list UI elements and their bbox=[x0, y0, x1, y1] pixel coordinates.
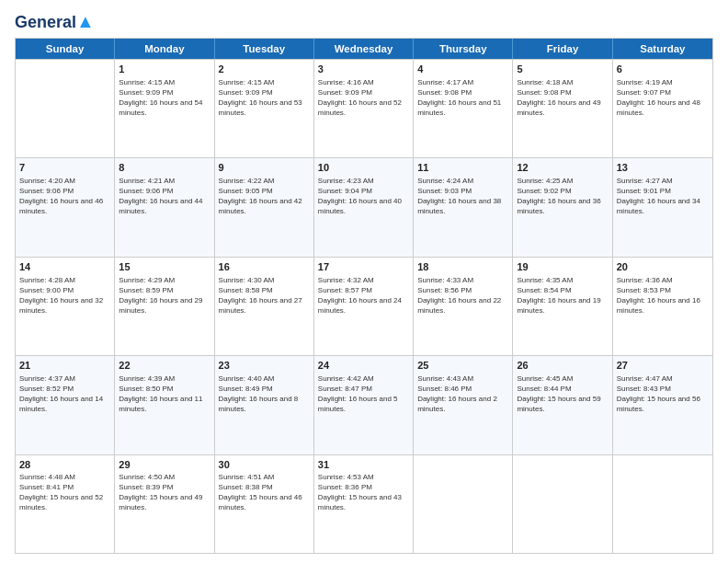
day-info: Sunrise: 4:30 AM Sunset: 8:58 PM Dayligh… bbox=[219, 275, 310, 316]
day-info: Sunrise: 4:23 AM Sunset: 9:04 PM Dayligh… bbox=[318, 176, 409, 216]
day-info: Sunrise: 4:43 AM Sunset: 8:46 PM Dayligh… bbox=[417, 373, 508, 414]
calendar-cell: 3Sunrise: 4:16 AM Sunset: 9:09 PM Daylig… bbox=[314, 60, 414, 157]
calendar-cell: 12Sunrise: 4:25 AM Sunset: 9:02 PM Dayli… bbox=[513, 158, 612, 256]
day-info: Sunrise: 4:17 AM Sunset: 9:08 PM Dayligh… bbox=[417, 77, 508, 118]
day-info: Sunrise: 4:40 AM Sunset: 8:49 PM Dayligh… bbox=[219, 373, 310, 414]
header: General▲ bbox=[15, 11, 713, 30]
calendar-cell: 4Sunrise: 4:17 AM Sunset: 9:08 PM Daylig… bbox=[414, 60, 513, 157]
day-number: 26 bbox=[517, 359, 608, 373]
day-number: 3 bbox=[318, 63, 409, 76]
calendar-cell: 22Sunrise: 4:39 AM Sunset: 8:50 PM Dayli… bbox=[115, 356, 214, 454]
calendar-header-monday: Monday bbox=[115, 39, 214, 59]
logo: General▲ bbox=[15, 11, 95, 30]
day-info: Sunrise: 4:20 AM Sunset: 9:06 PM Dayligh… bbox=[19, 176, 110, 216]
logo-triangle: ▲ bbox=[76, 11, 95, 31]
day-info: Sunrise: 4:42 AM Sunset: 8:47 PM Dayligh… bbox=[318, 373, 409, 414]
calendar-cell: 26Sunrise: 4:45 AM Sunset: 8:44 PM Dayli… bbox=[513, 356, 612, 454]
day-number: 20 bbox=[617, 260, 709, 274]
day-number: 22 bbox=[119, 359, 210, 373]
calendar-header-friday: Friday bbox=[513, 39, 612, 59]
calendar-week-3: 14Sunrise: 4:28 AM Sunset: 9:00 PM Dayli… bbox=[16, 257, 712, 355]
day-info: Sunrise: 4:47 AM Sunset: 8:43 PM Dayligh… bbox=[617, 373, 709, 414]
logo-text: General▲ bbox=[15, 11, 95, 32]
day-info: Sunrise: 4:36 AM Sunset: 8:53 PM Dayligh… bbox=[617, 275, 709, 316]
calendar-header-saturday: Saturday bbox=[613, 39, 712, 59]
day-number: 28 bbox=[19, 458, 110, 472]
day-number: 11 bbox=[417, 161, 508, 175]
calendar-cell: 23Sunrise: 4:40 AM Sunset: 8:49 PM Dayli… bbox=[215, 356, 314, 454]
calendar-cell bbox=[16, 60, 115, 157]
calendar-cell: 19Sunrise: 4:35 AM Sunset: 8:54 PM Dayli… bbox=[513, 258, 612, 355]
calendar-header-sunday: Sunday bbox=[16, 39, 115, 59]
calendar-cell: 25Sunrise: 4:43 AM Sunset: 8:46 PM Dayli… bbox=[414, 356, 513, 454]
calendar-header-thursday: Thursday bbox=[414, 39, 513, 59]
day-number: 29 bbox=[119, 458, 210, 472]
calendar-cell bbox=[613, 455, 712, 553]
day-info: Sunrise: 4:39 AM Sunset: 8:50 PM Dayligh… bbox=[119, 373, 210, 414]
day-info: Sunrise: 4:28 AM Sunset: 9:00 PM Dayligh… bbox=[19, 275, 110, 316]
day-number: 17 bbox=[318, 260, 409, 274]
calendar-header-row: SundayMondayTuesdayWednesdayThursdayFrid… bbox=[16, 39, 712, 59]
day-info: Sunrise: 4:45 AM Sunset: 8:44 PM Dayligh… bbox=[517, 373, 608, 414]
day-info: Sunrise: 4:22 AM Sunset: 9:05 PM Dayligh… bbox=[219, 176, 310, 216]
day-number: 13 bbox=[617, 161, 709, 175]
day-info: Sunrise: 4:29 AM Sunset: 8:59 PM Dayligh… bbox=[119, 275, 210, 316]
day-info: Sunrise: 4:32 AM Sunset: 8:57 PM Dayligh… bbox=[318, 275, 409, 316]
calendar-week-5: 28Sunrise: 4:48 AM Sunset: 8:41 PM Dayli… bbox=[16, 454, 712, 553]
calendar-cell: 6Sunrise: 4:19 AM Sunset: 9:07 PM Daylig… bbox=[613, 60, 712, 157]
day-number: 2 bbox=[219, 63, 310, 76]
day-info: Sunrise: 4:15 AM Sunset: 9:09 PM Dayligh… bbox=[119, 77, 210, 118]
day-number: 6 bbox=[617, 63, 709, 76]
logo-general: General bbox=[15, 13, 76, 31]
calendar-cell: 24Sunrise: 4:42 AM Sunset: 8:47 PM Dayli… bbox=[314, 356, 414, 454]
calendar-cell: 18Sunrise: 4:33 AM Sunset: 8:56 PM Dayli… bbox=[414, 258, 513, 355]
day-info: Sunrise: 4:21 AM Sunset: 9:06 PM Dayligh… bbox=[119, 176, 210, 216]
day-number: 9 bbox=[219, 161, 310, 175]
day-info: Sunrise: 4:19 AM Sunset: 9:07 PM Dayligh… bbox=[617, 77, 709, 118]
day-number: 25 bbox=[417, 359, 508, 373]
day-info: Sunrise: 4:15 AM Sunset: 9:09 PM Dayligh… bbox=[219, 77, 310, 118]
day-number: 24 bbox=[318, 359, 409, 373]
calendar-header-tuesday: Tuesday bbox=[215, 39, 314, 59]
day-number: 19 bbox=[517, 260, 608, 274]
calendar-header-wednesday: Wednesday bbox=[314, 39, 414, 59]
calendar-cell: 31Sunrise: 4:53 AM Sunset: 8:36 PM Dayli… bbox=[314, 455, 414, 553]
day-number: 5 bbox=[517, 63, 608, 76]
calendar-body: 1Sunrise: 4:15 AM Sunset: 9:09 PM Daylig… bbox=[16, 59, 712, 553]
day-info: Sunrise: 4:53 AM Sunset: 8:36 PM Dayligh… bbox=[318, 472, 409, 512]
calendar-cell: 10Sunrise: 4:23 AM Sunset: 9:04 PM Dayli… bbox=[314, 158, 414, 256]
day-info: Sunrise: 4:50 AM Sunset: 8:39 PM Dayligh… bbox=[119, 472, 210, 512]
day-number: 10 bbox=[318, 161, 409, 175]
calendar-cell: 11Sunrise: 4:24 AM Sunset: 9:03 PM Dayli… bbox=[414, 158, 513, 256]
day-number: 18 bbox=[417, 260, 508, 274]
calendar-cell bbox=[414, 455, 513, 553]
calendar-week-4: 21Sunrise: 4:37 AM Sunset: 8:52 PM Dayli… bbox=[16, 355, 712, 454]
calendar-cell: 7Sunrise: 4:20 AM Sunset: 9:06 PM Daylig… bbox=[16, 158, 115, 256]
day-number: 21 bbox=[19, 359, 110, 373]
calendar-cell: 13Sunrise: 4:27 AM Sunset: 9:01 PM Dayli… bbox=[613, 158, 712, 256]
day-number: 27 bbox=[617, 359, 709, 373]
calendar-cell: 8Sunrise: 4:21 AM Sunset: 9:06 PM Daylig… bbox=[115, 158, 214, 256]
day-number: 14 bbox=[19, 260, 110, 274]
page: General▲ SundayMondayTuesdayWednesdayThu… bbox=[0, 0, 728, 563]
calendar-cell: 30Sunrise: 4:51 AM Sunset: 8:38 PM Dayli… bbox=[215, 455, 314, 553]
calendar-cell: 5Sunrise: 4:18 AM Sunset: 9:08 PM Daylig… bbox=[513, 60, 612, 157]
calendar-cell: 15Sunrise: 4:29 AM Sunset: 8:59 PM Dayli… bbox=[115, 258, 214, 355]
calendar: SundayMondayTuesdayWednesdayThursdayFrid… bbox=[15, 38, 713, 554]
day-number: 7 bbox=[19, 161, 110, 175]
calendar-cell: 16Sunrise: 4:30 AM Sunset: 8:58 PM Dayli… bbox=[215, 258, 314, 355]
day-number: 30 bbox=[219, 458, 310, 472]
calendar-cell: 1Sunrise: 4:15 AM Sunset: 9:09 PM Daylig… bbox=[115, 60, 214, 157]
day-info: Sunrise: 4:18 AM Sunset: 9:08 PM Dayligh… bbox=[517, 77, 608, 118]
calendar-cell: 29Sunrise: 4:50 AM Sunset: 8:39 PM Dayli… bbox=[115, 455, 214, 553]
day-info: Sunrise: 4:35 AM Sunset: 8:54 PM Dayligh… bbox=[517, 275, 608, 316]
calendar-cell: 27Sunrise: 4:47 AM Sunset: 8:43 PM Dayli… bbox=[613, 356, 712, 454]
day-info: Sunrise: 4:51 AM Sunset: 8:38 PM Dayligh… bbox=[219, 472, 310, 512]
day-info: Sunrise: 4:25 AM Sunset: 9:02 PM Dayligh… bbox=[517, 176, 608, 216]
calendar-cell: 9Sunrise: 4:22 AM Sunset: 9:05 PM Daylig… bbox=[215, 158, 314, 256]
day-number: 8 bbox=[119, 161, 210, 175]
calendar-cell: 21Sunrise: 4:37 AM Sunset: 8:52 PM Dayli… bbox=[16, 356, 115, 454]
day-info: Sunrise: 4:16 AM Sunset: 9:09 PM Dayligh… bbox=[318, 77, 409, 118]
day-number: 31 bbox=[318, 458, 409, 472]
day-info: Sunrise: 4:37 AM Sunset: 8:52 PM Dayligh… bbox=[19, 373, 110, 414]
